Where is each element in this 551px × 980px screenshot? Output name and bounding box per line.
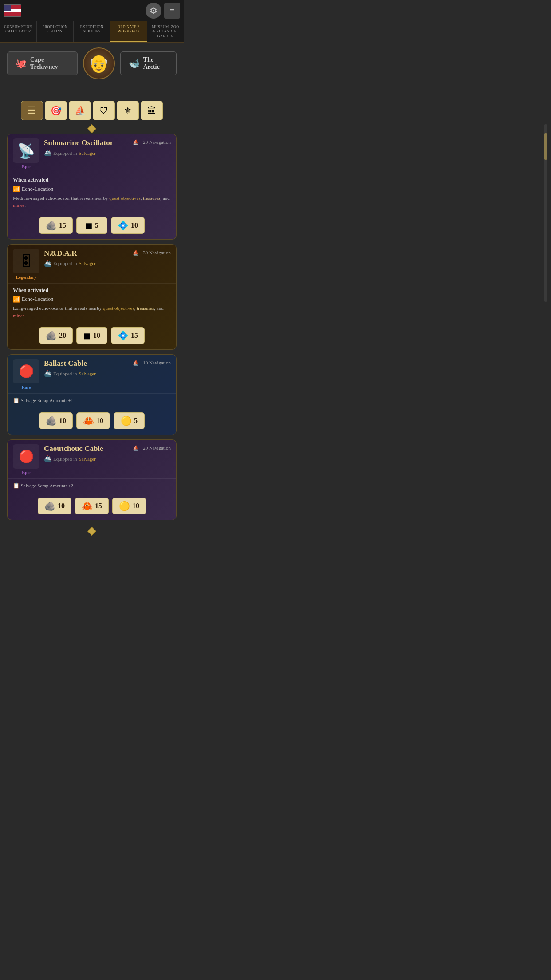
tab-consumption[interactable]: CONSUMPTIONCALCULATOR bbox=[0, 21, 37, 42]
nav-bonus-n8dar: ⛵ +30 Navigation bbox=[133, 250, 171, 256]
cost-icon-3-ballast: 🟡 bbox=[121, 415, 132, 426]
region-cape-trelawney[interactable]: 🐙 Cape Trelawney bbox=[7, 51, 78, 75]
salvage-text-ballast: Salvage Scrap Amount: +1 bbox=[21, 398, 73, 403]
item-description-ballast: 📋 Salvage Scrap Amount: +1 bbox=[8, 393, 176, 409]
ship-name-oscillator: Salvager bbox=[79, 150, 95, 156]
desc-text-oscillator: Medium-ranged echo-locator that reveals … bbox=[13, 195, 170, 208]
cost-row-ballast: 🪨 10 🦀 10 🟡 5 bbox=[8, 409, 176, 435]
ability-name-n8dar: Echo-Location bbox=[22, 295, 53, 303]
item-ballast-cable[interactable]: 🔴 Rare Ballast Cable 🚢 Equipped in Salva… bbox=[7, 354, 177, 435]
item-description-caoutchouc: 📋 Salvage Scrap Amount: +2 bbox=[8, 478, 176, 494]
item-icon-oscillator: 📡 bbox=[13, 138, 39, 163]
item-description-n8dar: When activated 📶 Echo-Location Long-rang… bbox=[8, 283, 176, 324]
gear-icon: ⚙ bbox=[150, 5, 157, 16]
shield-icon: 🛡 bbox=[99, 106, 108, 116]
gear-button[interactable]: ⚙ bbox=[146, 3, 161, 19]
item-name-caoutchouc: Caoutchouc Cable bbox=[44, 444, 128, 453]
cost-icon-1-caoutchouc: 🪨 bbox=[44, 501, 55, 511]
cost-amount-2-caoutchouc: 15 bbox=[95, 502, 102, 510]
cost-item-2-ballast: 🦀 10 bbox=[76, 412, 110, 429]
list-icon: ≡ bbox=[170, 6, 174, 16]
cost-amount-1-caoutchouc: 10 bbox=[58, 502, 65, 510]
list-button[interactable]: ≡ bbox=[164, 3, 180, 19]
cost-icon-2: ◼ bbox=[85, 220, 93, 231]
desc-text-n8dar: Long-ranged echo-locator that reveals ne… bbox=[13, 305, 164, 318]
cost-amount-2-ballast: 10 bbox=[96, 417, 103, 425]
salvage-icon-ballast: 📋 bbox=[13, 397, 20, 403]
cost-amount-3: 10 bbox=[131, 221, 138, 229]
cost-item-3-oscillator: 💠 10 bbox=[111, 217, 145, 234]
cost-item-3-n8dar: 💠 15 bbox=[111, 327, 145, 344]
cost-item-2-caoutchouc: 🦀 15 bbox=[75, 498, 109, 514]
item-submarine-oscillator[interactable]: 📡 Epic Submarine Oscillator 🚢 Equipped i… bbox=[7, 134, 177, 240]
cost-icon-2-caoutchouc: 🦀 bbox=[82, 501, 93, 511]
region-selector: 🐙 Cape Trelawney 👴 🐋 The Arctic bbox=[0, 43, 184, 79]
tab-nates[interactable]: OLD NATE'SWORKSHOP bbox=[110, 21, 147, 42]
rarity-label-caoutchouc: Epic bbox=[22, 470, 30, 475]
cost-item-2-oscillator: ◼ 5 bbox=[76, 217, 107, 234]
cost-icon-1: 🪨 bbox=[46, 220, 57, 231]
tab-production[interactable]: PRODUCTIONCHAINS bbox=[37, 21, 74, 42]
scroll-indicator-top bbox=[0, 124, 184, 134]
category-tabs: ☰ 🎯 ⛵ 🛡 ⚜ 🏛 bbox=[0, 97, 184, 124]
equipped-label-oscillator: Equipped in bbox=[53, 150, 77, 156]
item-name-n8dar: N.8.D.A.R bbox=[44, 249, 128, 258]
fleur-icon: ⚜ bbox=[124, 105, 132, 116]
cost-item-3-caoutchouc: 🟡 10 bbox=[112, 498, 146, 514]
diamond-down-icon bbox=[87, 527, 96, 536]
item-icon-caoutchouc: 🔴 bbox=[13, 444, 39, 469]
ship-icon-ballast: 🚢 bbox=[44, 370, 51, 377]
tab-building[interactable]: 🏛 bbox=[141, 101, 163, 120]
cost-item-1-caoutchouc: 🪨 10 bbox=[38, 498, 71, 514]
equipped-label-n8dar: Equipped in bbox=[53, 261, 77, 266]
equipped-label-ballast: Equipped in bbox=[53, 371, 77, 376]
cost-icon-1-n8dar: 🪨 bbox=[46, 330, 57, 341]
item-icon-n8dar: 🎛 bbox=[13, 249, 39, 273]
item-icon-ballast: 🔴 bbox=[13, 359, 39, 383]
cost-row-caoutchouc: 🪨 10 🦀 15 🟡 10 bbox=[8, 494, 176, 520]
wifi-icon-n8dar: 📶 bbox=[13, 295, 20, 304]
flag-icon[interactable] bbox=[4, 4, 21, 17]
cost-icon-3: 💠 bbox=[118, 220, 129, 231]
item-caoutchouc-cable[interactable]: 🔴 Epic Caoutchouc Cable 🚢 Equipped in Sa… bbox=[7, 439, 177, 520]
cost-icon-2-n8dar: ◼ bbox=[83, 330, 91, 341]
cost-amount-3-n8dar: 15 bbox=[131, 332, 138, 340]
item-n8dar[interactable]: 🎛 Legendary N.8.D.A.R 🚢 Equipped in Salv… bbox=[7, 244, 177, 350]
item-description-oscillator: When activated 📶 Echo-Location Medium-ra… bbox=[8, 173, 176, 213]
nav-ship-icon-ballast: ⛵ bbox=[133, 360, 139, 365]
cost-item-1-oscillator: 🪨 15 bbox=[39, 217, 73, 234]
cost-amount-1: 15 bbox=[59, 221, 66, 229]
nav-bonus-ballast: ⛵ +10 Navigation bbox=[133, 360, 171, 366]
salvage-icon-caoutchouc: 📋 bbox=[13, 482, 20, 489]
whale-icon: 🐋 bbox=[129, 58, 140, 69]
cost-row-oscillator: 🪨 15 ◼ 5 💠 10 bbox=[8, 213, 176, 239]
rarity-label-n8dar: Legendary bbox=[16, 275, 36, 280]
cost-icon-2-ballast: 🦀 bbox=[83, 415, 94, 426]
tab-fleur[interactable]: ⚜ bbox=[117, 101, 139, 120]
items-container: 📡 Epic Submarine Oscillator 🚢 Equipped i… bbox=[0, 134, 184, 520]
tab-target[interactable]: 🎯 bbox=[45, 101, 67, 120]
tab-sail[interactable]: ⛵ bbox=[69, 101, 91, 120]
diamond-up-icon bbox=[87, 124, 96, 133]
tab-shield[interactable]: 🛡 bbox=[93, 101, 115, 120]
rarity-label-ballast: Rare bbox=[22, 385, 31, 390]
cost-icon-1-ballast: 🪨 bbox=[46, 415, 57, 426]
nav-tabs: CONSUMPTIONCALCULATOR PRODUCTIONCHAINS E… bbox=[0, 21, 184, 43]
region-arctic[interactable]: 🐋 The Arctic bbox=[120, 51, 177, 75]
tab-museum[interactable]: MUSEUM, ZOO& BOTANICALGARDEN bbox=[147, 21, 184, 42]
nav-ship-icon-caoutchouc: ⛵ bbox=[133, 445, 139, 450]
cape-trelawney-label: Cape Trelawney bbox=[30, 56, 69, 71]
ship-name-caoutchouc: Salvager bbox=[79, 456, 95, 462]
cost-amount-3-ballast: 5 bbox=[134, 417, 138, 425]
nav-ship-icon-n8dar: ⛵ bbox=[133, 250, 139, 255]
cost-item-1-ballast: 🪨 10 bbox=[39, 412, 73, 429]
cost-row-n8dar: 🪨 20 ◼ 10 💠 15 bbox=[8, 324, 176, 349]
tab-expedition[interactable]: EXPEDITIONSUPPLIES bbox=[74, 21, 110, 42]
building-icon: 🏛 bbox=[147, 106, 156, 116]
ship-icon-caoutchouc: 🚢 bbox=[44, 455, 51, 462]
character-portrait: 👴 bbox=[83, 47, 115, 79]
cost-amount-1-n8dar: 20 bbox=[59, 332, 66, 340]
nav-bonus-caoutchouc: ⛵ +20 Navigation bbox=[133, 445, 171, 451]
cost-item-1-n8dar: 🪨 20 bbox=[39, 327, 73, 344]
tab-menu[interactable]: ☰ bbox=[21, 101, 43, 120]
